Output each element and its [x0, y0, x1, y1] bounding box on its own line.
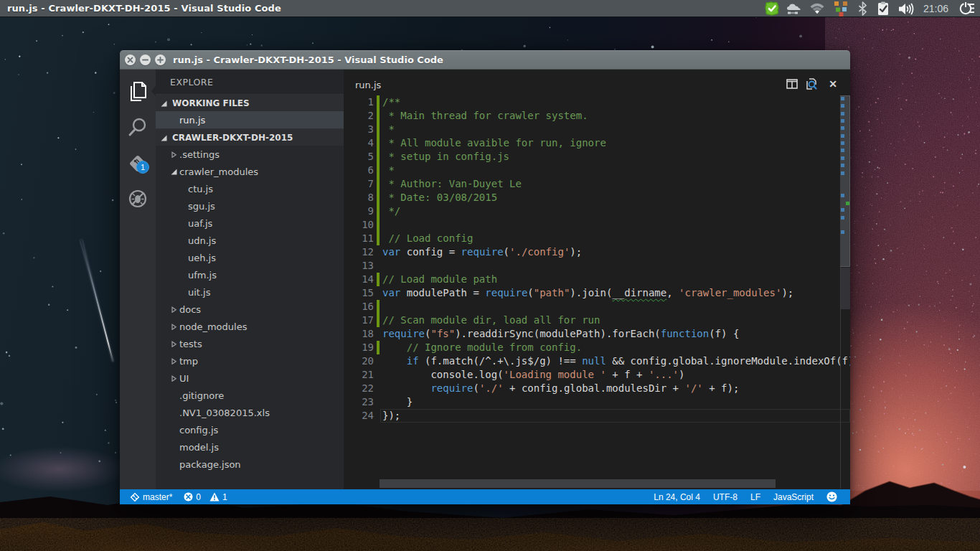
line-number: 21: [344, 368, 374, 382]
tree-item-ufm-js[interactable]: ufm.js: [156, 266, 344, 283]
volume-icon[interactable]: [895, 0, 919, 17]
cloud-sync-icon[interactable]: [783, 0, 806, 17]
tree-item-ctu-js[interactable]: ctu.js: [156, 180, 344, 197]
code-line-6: 6 *: [344, 164, 850, 177]
tree-item-udn-js[interactable]: udn.js: [156, 232, 344, 249]
code-text: /**: [382, 95, 400, 109]
updater-check-icon[interactable]: [761, 0, 783, 17]
git-added-gutter-bar: [377, 232, 380, 245]
line-number: 4: [344, 136, 374, 150]
tree-item-label: run.js: [179, 115, 205, 126]
code-area[interactable]: 1/**2 * Main thread for crawler system.3…: [344, 95, 850, 489]
tree-item-label: crawler_modules: [179, 166, 258, 177]
tree-item-model-js[interactable]: model.js: [156, 438, 344, 456]
ruler-change-mark: [841, 230, 844, 234]
tree-item-package-json[interactable]: package.json: [156, 456, 344, 473]
editor-tab-title[interactable]: run.js: [355, 80, 381, 90]
tree-item--gitignore[interactable]: .gitignore: [156, 387, 344, 404]
horizontal-scrollbar[interactable]: [380, 479, 776, 488]
tree-item-uaf-js[interactable]: uaf.js: [156, 215, 344, 232]
tree-item-config-js[interactable]: config.js: [156, 421, 344, 438]
tree-item--settings[interactable]: .settings: [156, 146, 344, 163]
code-text: // Ignore module from config.: [382, 341, 582, 354]
git-added-gutter-bar: [377, 273, 380, 286]
ruler-change-mark: [841, 149, 844, 152]
section-header-working-files[interactable]: WORKING FILES: [156, 94, 344, 111]
tree-item-sgu-js[interactable]: sgu.js: [156, 197, 344, 215]
git-added-gutter-bar: [377, 150, 380, 164]
ruler-change-mark: [841, 171, 844, 175]
code-line-10: 10: [344, 218, 850, 232]
tree-item-label: .NV1_03082015.xls: [179, 408, 270, 418]
split-editor-icon[interactable]: [786, 77, 798, 90]
vscode-window: run.js - Crawler-DKXT-DH-2015 - Visual S…: [120, 50, 850, 504]
feedback-smiley-icon[interactable]: [826, 491, 837, 502]
code-line-12: 12var config = require('./config');: [344, 245, 850, 259]
clipboard-icon[interactable]: [872, 0, 895, 17]
code-text: require('./' + config.global.modulesDir …: [382, 382, 739, 395]
line-number: 17: [344, 314, 374, 327]
window-minimize-button[interactable]: [140, 55, 151, 65]
status-bar: master* 0: [120, 489, 850, 504]
os-panel-title: run.js - Crawler-DKXT-DH-2015 - Visual S…: [7, 3, 281, 14]
git-added-gutter-bar: [377, 136, 380, 150]
ruler-change-mark: [841, 126, 844, 130]
tree-item-label: uit.js: [188, 287, 210, 298]
eol-type[interactable]: LF: [750, 492, 760, 502]
ruler-change-mark: [841, 112, 844, 116]
code-line-24: 24});: [344, 409, 850, 423]
git-branch-status[interactable]: master*: [130, 492, 172, 502]
window-maximize-button[interactable]: [155, 55, 166, 65]
session-power-icon[interactable]: [954, 0, 979, 17]
error-icon: [184, 492, 193, 501]
code-text: * Author: Van-Duyet Le: [382, 177, 522, 191]
overview-ruler[interactable]: [840, 95, 850, 489]
explorer-icon[interactable]: [120, 75, 156, 107]
tree-item-tests[interactable]: tests: [156, 335, 344, 352]
warning-count[interactable]: 1: [209, 492, 227, 502]
tree-item-ui[interactable]: UI: [156, 369, 344, 387]
tree-item-docs[interactable]: docs: [156, 301, 344, 318]
clock[interactable]: 21:06: [923, 3, 948, 14]
debug-icon[interactable]: [120, 183, 156, 215]
sidebar-header: EXPLORE: [156, 70, 344, 94]
editor-close-icon[interactable]: ✕: [826, 77, 839, 90]
ruler-change-mark: [841, 134, 844, 138]
tree-item-ueh-js[interactable]: ueh.js: [156, 249, 344, 266]
error-count[interactable]: 0: [184, 492, 201, 502]
line-number: 10: [344, 218, 374, 232]
window-close-button[interactable]: [125, 55, 136, 65]
section-header-crawler-dkxt-dh-2015[interactable]: CRAWLER-DKXT-DH-2015: [156, 128, 344, 146]
cursor-position[interactable]: Ln 24, Col 4: [654, 492, 700, 502]
vertical-scrollbar-track: [841, 268, 850, 309]
bluetooth-icon[interactable]: [853, 0, 872, 17]
ruler-change-mark: [841, 194, 844, 197]
tree-item-label: ctu.js: [188, 184, 213, 194]
search-icon[interactable]: [120, 111, 156, 143]
git-added-gutter-bar: [377, 218, 380, 232]
line-number: 14: [344, 273, 374, 286]
line-number: 3: [344, 123, 374, 136]
network-nodes-icon[interactable]: [829, 0, 853, 17]
code-line-1: 1/**: [344, 95, 850, 109]
tree-item-tmp[interactable]: tmp: [156, 352, 344, 369]
language-mode[interactable]: JavaScript: [773, 492, 814, 502]
window-titlebar[interactable]: run.js - Crawler-DKXT-DH-2015 - Visual S…: [120, 50, 850, 70]
tree-item-uit-js[interactable]: uit.js: [156, 283, 344, 301]
warning-underlined-token: __dirname: [612, 287, 666, 298]
code-line-8: 8 * Date: 03/08/2015: [344, 191, 850, 204]
line-number: 7: [344, 177, 374, 191]
tree-item-crawler-modules[interactable]: crawler_modules: [156, 163, 344, 180]
search-in-file-icon[interactable]: [805, 77, 818, 90]
code-line-14: 14// Load module path: [344, 273, 850, 286]
line-number: 24: [344, 409, 374, 423]
tree-item-label: .settings: [179, 149, 220, 160]
ruler-change-mark: [841, 119, 844, 123]
tree-item-node-modules[interactable]: node_modules: [156, 318, 344, 335]
editor-header: run.js: [344, 70, 850, 95]
wifi-icon[interactable]: [806, 0, 829, 17]
encoding[interactable]: UTF-8: [713, 492, 738, 502]
tree-item-run-js[interactable]: run.js: [156, 111, 344, 128]
tree-item--nv1-03082015-xls[interactable]: .NV1_03082015.xls: [156, 404, 344, 421]
git-branch-icon: [130, 492, 140, 502]
